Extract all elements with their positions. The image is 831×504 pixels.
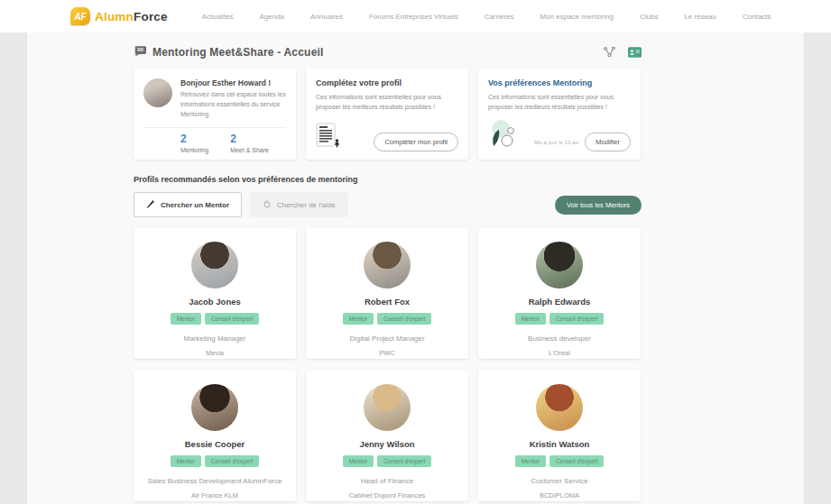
nav-item-actualites[interactable]: Actualités — [202, 13, 234, 21]
view-all-mentors-button[interactable]: Voir tous les Mentors — [555, 196, 642, 215]
tab-chercher-un-mentor-label: Chercher un Mentor — [161, 201, 229, 209]
mentor-photo — [364, 384, 411, 431]
mentor-name: Ralph Edwards — [478, 297, 641, 307]
complete-profile-description: Ces informations sont essentielles pour … — [316, 93, 458, 113]
document-illustration-icon — [316, 123, 341, 151]
nav-item-agenda[interactable]: Agenda — [259, 13, 284, 21]
preferences-card: Vos préférences Mentoring Ces informatio… — [478, 69, 641, 160]
welcome-description: Retrouvez dans cet espace toutes les inf… — [180, 90, 286, 120]
mentor-photo — [364, 242, 411, 289]
nav-item-forums[interactable]: Forums Entreprises Virtuels — [369, 13, 458, 21]
mentor-card-robert-fox[interactable]: Robert Fox Mentor Conseil d'expert Digit… — [306, 228, 468, 359]
badge-mentor: Mentor — [343, 455, 374, 467]
mentor-name: Kristin Watson — [478, 439, 641, 449]
contact-card-icon[interactable] — [628, 47, 642, 58]
mentor-job-title: Business developer — [478, 334, 641, 343]
mentor-card-jacob-jones[interactable]: Jacob Jones Mentor Conseil d'expert Mark… — [134, 228, 296, 359]
mentor-badges: Mentor Conseil d'expert — [306, 455, 468, 467]
nav-item-le-reseau[interactable]: Le réseau — [684, 13, 716, 21]
forum-chat-icon — [134, 44, 146, 60]
mentor-badges: Mentor Conseil d'expert — [134, 313, 296, 325]
badge-mentor: Mentor — [515, 455, 546, 467]
mentor-card-ralph-edwards[interactable]: Ralph Edwards Mentor Conseil d'expert Bu… — [478, 228, 641, 359]
stat-mentoring: 2 Mentoring — [180, 133, 208, 153]
badge-conseil-expert: Conseil d'expert — [549, 455, 604, 467]
mentor-badges: Mentor Conseil d'expert — [478, 455, 641, 467]
content-column: Mentoring Meet&Share - Accueil — [134, 32, 642, 501]
dart-icon — [146, 199, 155, 210]
nav-item-clubs[interactable]: Clubs — [640, 13, 658, 21]
top-navigation-bar: AF AlumnForce Actualités Agenda Annuaire… — [0, 0, 831, 32]
stat-mentoring-label: Mentoring — [180, 147, 208, 153]
mentor-job-title: Customer Service — [478, 477, 641, 485]
badge-mentor: Mentor — [343, 313, 374, 325]
nav-item-annuaires[interactable]: Annuaires — [310, 13, 343, 21]
main-content-band: Mentoring Meet&Share - Accueil — [27, 32, 804, 504]
mentoring-stats: 2 Mentoring 2 Meet & Share — [180, 133, 286, 153]
mentoring-home-page: AF AlumnForce Actualités Agenda Annuaire… — [0, 0, 831, 504]
mentor-company: Mevia — [134, 349, 296, 357]
badge-mentor: Mentor — [515, 313, 546, 325]
badge-conseil-expert: Conseil d'expert — [205, 455, 259, 467]
mentor-company: PWC — [306, 349, 468, 357]
preferences-description: Ces informations sont essentielles pour … — [488, 93, 631, 113]
mentor-card-bessie-cooper[interactable]: Bessie Cooper Mentor Conseil d'expert Sa… — [134, 371, 296, 501]
main-nav: Actualités Agenda Annuaires Forums Entre… — [202, 13, 771, 21]
info-cards-row: Bonjour Esther Howard ! Retrouvez dans c… — [134, 69, 642, 160]
plant-illustration-icon — [488, 119, 521, 151]
alumnforce-logo[interactable]: AF AlumnForce — [70, 7, 168, 25]
badge-conseil-expert: Conseil d'expert — [377, 455, 431, 467]
mentor-name: Jenny Wilson — [306, 439, 468, 449]
recommendations-section-title: Profils recommandés selon vos préférence… — [134, 175, 642, 184]
stat-meetshare: 2 Meet & Share — [230, 133, 269, 153]
mentor-badges: Mentor Conseil d'expert — [134, 455, 296, 467]
welcome-greeting: Bonjour Esther Howard ! — [180, 78, 286, 87]
welcome-card: Bonjour Esther Howard ! Retrouvez dans c… — [134, 69, 296, 160]
mentor-card-jenny-wilson[interactable]: Jenny Wilson Mentor Conseil d'expert Hea… — [306, 371, 468, 501]
share-network-icon[interactable] — [604, 47, 615, 58]
mentor-job-title: Sales Business Development AlumnForce — [134, 477, 296, 485]
complete-profile-title: Complétez votre profil — [316, 78, 458, 87]
mentor-job-title: Marketing Manager — [134, 334, 296, 343]
page-title-row: Mentoring Meet&Share - Accueil — [134, 44, 642, 60]
complete-profile-button[interactable]: Compléter mon profil — [374, 133, 458, 151]
divider — [143, 127, 286, 128]
helping-hand-icon — [263, 199, 272, 210]
user-avatar — [143, 78, 172, 107]
mentor-company: BCDIPLOMA — [478, 491, 641, 499]
badge-conseil-expert: Conseil d'expert — [377, 313, 431, 325]
logo-badge-icon: AF — [70, 7, 90, 25]
mentor-company: Air France KLM — [134, 491, 296, 499]
badge-conseil-expert: Conseil d'expert — [549, 313, 604, 325]
mentor-company: Cabinet Dupont Finances — [306, 491, 468, 499]
title-actions — [604, 47, 642, 58]
complete-profile-card: Complétez votre profil Ces informations … — [306, 69, 468, 160]
mentor-photo — [191, 242, 238, 289]
brand-name: AlumnForce — [95, 10, 168, 23]
mentor-photo — [536, 384, 583, 431]
stat-meetshare-label: Meet & Share — [230, 147, 269, 153]
tab-chercher-un-mentor[interactable]: Chercher un Mentor — [134, 192, 242, 217]
page-title: Mentoring Meet&Share - Accueil — [152, 46, 324, 59]
nav-item-mon-espace-mentoring[interactable]: Mon espace mentoring — [540, 13, 614, 21]
preferences-updated-label: Mis à jour le 13 avr — [534, 140, 580, 145]
mentor-job-title: Digital Project Manager — [306, 334, 468, 343]
nav-item-carrieres[interactable]: Carrières — [485, 13, 514, 21]
recommendations-tabs-row: Chercher un Mentor Chercher de l'aide Vo… — [134, 192, 642, 217]
tab-chercher-de-laide[interactable]: Chercher de l'aide — [250, 192, 348, 217]
mentor-job-title: Head of Finance — [306, 477, 468, 485]
badge-conseil-expert: Conseil d'expert — [205, 313, 259, 325]
mentor-card-kristin-watson[interactable]: Kristin Watson Mentor Conseil d'expert C… — [478, 371, 641, 501]
mentor-grid: Jacob Jones Mentor Conseil d'expert Mark… — [134, 228, 642, 501]
stat-mentoring-value: 2 — [180, 133, 208, 145]
mentor-badges: Mentor Conseil d'expert — [478, 313, 641, 325]
tab-chercher-de-laide-label: Chercher de l'aide — [277, 201, 336, 209]
mentor-name: Bessie Cooper — [134, 439, 296, 449]
mentor-name: Jacob Jones — [134, 297, 296, 307]
nav-item-contacts[interactable]: Contacts — [743, 13, 771, 21]
badge-mentor: Mentor — [171, 313, 201, 325]
modify-preferences-button[interactable]: Modifier — [585, 133, 631, 151]
mentor-name: Robert Fox — [306, 297, 468, 307]
mentor-badges: Mentor Conseil d'expert — [306, 313, 468, 325]
mentor-photo — [536, 242, 583, 289]
